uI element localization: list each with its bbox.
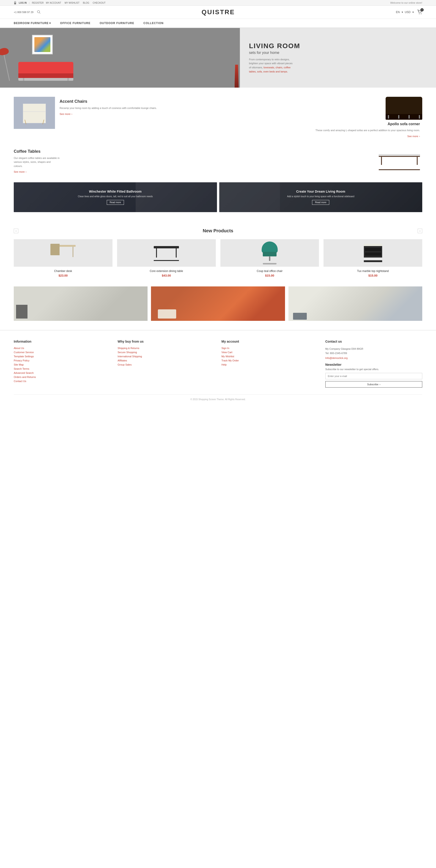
product-dining-table: Core extension dining table $43.00 bbox=[117, 239, 216, 277]
svg-point-1 bbox=[37, 10, 40, 13]
dining-table-image bbox=[117, 239, 216, 267]
nightstand-top bbox=[364, 244, 382, 246]
footer-link-signin[interactable]: Sign In bbox=[222, 347, 318, 349]
svg-point-3 bbox=[419, 13, 420, 14]
new-products-header: ‹ New Products › bbox=[14, 228, 422, 234]
newsletter-input[interactable] bbox=[325, 373, 422, 379]
hero-sofa bbox=[18, 62, 73, 81]
product-nightstand: Tux marble top nightstand $15.00 bbox=[324, 239, 422, 277]
footer-link-shipping[interactable]: Shipping & Returns bbox=[118, 347, 214, 349]
banners-section: Winchester White Fitted Bathroom Clean l… bbox=[14, 182, 422, 212]
chamber-desk-image bbox=[14, 239, 112, 267]
cart-badge: 0 bbox=[421, 8, 424, 11]
bedroom-photo-3 bbox=[289, 286, 422, 321]
footer-link-privacy[interactable]: Privacy Policy bbox=[14, 359, 111, 362]
footer-contact-email[interactable]: Info@democlick.org bbox=[325, 356, 422, 359]
coffee-tables-title: Coffee Tables bbox=[14, 149, 60, 154]
my-account-top-link[interactable]: MY ACCOUNT bbox=[46, 2, 61, 4]
hero-vase bbox=[235, 65, 239, 88]
chair-seat bbox=[23, 112, 46, 123]
footer-link-template[interactable]: Template Settings bbox=[14, 355, 111, 358]
footer-grid: Information About Us Customer Service Te… bbox=[14, 340, 422, 388]
dining-table-name: Core extension dining table bbox=[117, 270, 216, 273]
banner-bathroom-overlay: Winchester White Fitted Bathroom Clean l… bbox=[14, 182, 217, 212]
footer-link-secure[interactable]: Secure Shopping bbox=[118, 351, 214, 353]
footer-link-search-terms[interactable]: Search Terms bbox=[14, 367, 111, 370]
banner-bathroom-button[interactable]: Read more bbox=[107, 200, 124, 205]
welcome-text: Welcome to our online store! bbox=[390, 1, 422, 4]
accent-chairs-section: Accent Chairs Recamp your living room by… bbox=[14, 97, 216, 129]
nav-office-furniture[interactable]: OFFICE FURNITURE bbox=[60, 22, 91, 25]
lang-selector[interactable]: EN bbox=[396, 10, 400, 14]
nav-outdoor-furniture[interactable]: OUTDOOR FURNITURE bbox=[100, 22, 134, 25]
footer-link-advanced-search[interactable]: Advanced Search bbox=[14, 372, 111, 374]
coffee-tables-image bbox=[376, 152, 422, 170]
newsletter-section: Newsletter Subscribe to our newsletter t… bbox=[325, 363, 422, 388]
apollo-sofa-content: Apollo sofa corner These comfy and amazi… bbox=[315, 122, 422, 137]
footer-contact-tel: Tel: 800-2345-6789 bbox=[325, 351, 422, 355]
accent-chairs-content: Accent Chairs Recamp your living room by… bbox=[60, 97, 157, 115]
hero-title: LIVING ROOM bbox=[249, 42, 427, 50]
footer-link-intl-shipping[interactable]: International Shipping bbox=[118, 355, 214, 358]
apollo-sofa-see-more[interactable]: See more › bbox=[315, 135, 420, 137]
products-next-arrow[interactable]: › bbox=[418, 229, 422, 233]
product-office-chair: Coup teal office chair $15.00 bbox=[221, 239, 319, 277]
products-grid: Chamber desk $23.00 Core extension dinin… bbox=[14, 239, 422, 277]
hero-picture bbox=[32, 35, 53, 54]
phone-number: +1 800 598 97 29 bbox=[14, 11, 33, 13]
hero-section: LIVING ROOM sets for your home From cont… bbox=[0, 28, 436, 88]
cart-icon[interactable]: 0 bbox=[417, 10, 422, 15]
accent-chairs-description: Recamp your living room by adding a touc… bbox=[60, 106, 157, 110]
currency-selector[interactable]: USD bbox=[405, 10, 410, 14]
footer-link-contact[interactable]: Contact Us bbox=[14, 380, 111, 382]
blog-top-link[interactable]: BLOG bbox=[83, 2, 89, 4]
nightstand-base bbox=[364, 260, 382, 262]
footer-link-about[interactable]: About Us bbox=[14, 347, 111, 349]
header-left: +1 800 598 97 29 bbox=[14, 10, 40, 14]
my-wishlist-top-link[interactable]: MY WISHLIST bbox=[65, 2, 79, 4]
footer-link-affiliates[interactable]: Affiliates bbox=[118, 359, 214, 362]
footer-link-group-sales[interactable]: Group Sales bbox=[118, 363, 214, 366]
search-icon[interactable] bbox=[37, 10, 40, 14]
footer-link-viewcart[interactable]: View Cart bbox=[222, 351, 318, 353]
footer-link-wishlist[interactable]: My Wishlist bbox=[222, 355, 318, 358]
features-section: Accent Chairs Recamp your living room by… bbox=[0, 88, 436, 147]
footer-contact-address: My Company Glasgow D04 89GR bbox=[325, 347, 422, 351]
register-link[interactable]: REGISTER bbox=[32, 2, 43, 4]
banner-living-room-button[interactable]: Read more bbox=[312, 200, 329, 205]
footer-link-customer[interactable]: Customer Service bbox=[14, 351, 111, 353]
newsletter-title: Newsletter bbox=[325, 363, 422, 367]
login-link[interactable]: LOG IN bbox=[19, 2, 27, 4]
products-prev-arrow[interactable]: ‹ bbox=[14, 229, 18, 233]
chair-base bbox=[263, 263, 276, 265]
footer-link-track-order[interactable]: Track My Order bbox=[222, 359, 318, 362]
chamber-desk-name: Chamber desk bbox=[14, 270, 112, 273]
footer-link-orders[interactable]: Orders and Returns bbox=[14, 376, 111, 378]
hero-subtitle: sets for your home bbox=[249, 51, 427, 55]
footer-link-sitemap[interactable]: Site Map bbox=[14, 363, 111, 366]
desk-leg bbox=[73, 247, 73, 257]
apollo-sofa-description: These comfy and amazing L-shaped sofas a… bbox=[315, 128, 420, 132]
top-bar: LOG IN | REGISTER MY ACCOUNT MY WISHLIST… bbox=[0, 0, 436, 6]
bedroom-photo-grid bbox=[14, 286, 422, 321]
product-chamber-desk: Chamber desk $23.00 bbox=[14, 239, 112, 277]
footer-link-help[interactable]: Help bbox=[222, 363, 318, 366]
new-products-title: New Products bbox=[18, 228, 418, 234]
bedroom-photo-1 bbox=[14, 286, 147, 321]
nav-collection[interactable]: COLLECTION bbox=[143, 22, 164, 25]
hero-description: From contemporary to retro designs, brig… bbox=[249, 58, 295, 73]
bedroom-photo-2 bbox=[151, 286, 285, 321]
subscribe-button[interactable]: Subscribe › bbox=[325, 381, 422, 388]
accent-chairs-see-more[interactable]: See more › bbox=[60, 113, 157, 115]
coffee-tables-see-more[interactable]: See more › bbox=[14, 170, 60, 173]
apollo-sofa-image bbox=[385, 97, 422, 120]
nav-bedroom-furniture[interactable]: BEDROOM FURNITURE ▾ bbox=[14, 22, 51, 25]
office-chair-price: $15.00 bbox=[221, 274, 319, 277]
checkout-top-link[interactable]: CHECKOUT bbox=[93, 2, 106, 4]
apollo-sofa-title: Apollo sofa corner bbox=[315, 122, 420, 126]
footer-my-account-title: My account bbox=[222, 340, 318, 343]
logo[interactable]: QUISTRE bbox=[202, 8, 235, 16]
dining-top bbox=[154, 246, 179, 248]
banner-living-room-overlay: Create Your Dream Living Room Add a styl… bbox=[219, 182, 423, 212]
footer: Information About Us Customer Service Te… bbox=[0, 330, 436, 405]
